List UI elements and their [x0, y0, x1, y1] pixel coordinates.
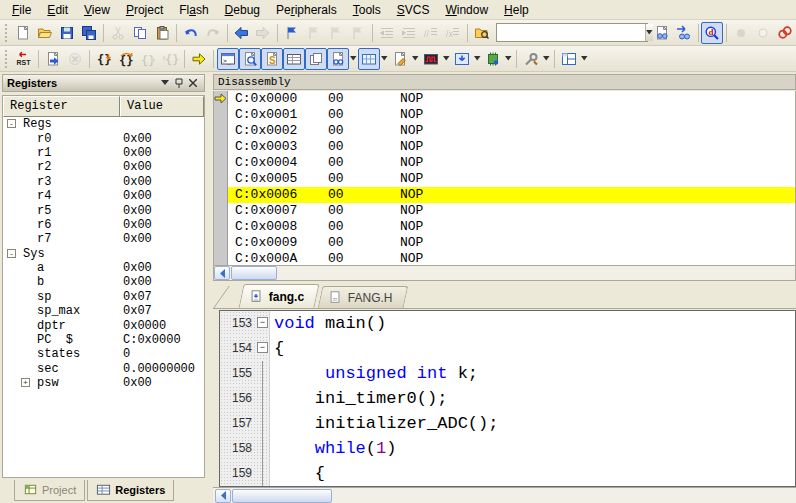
- chevron-down-icon[interactable]: [442, 48, 451, 70]
- register-row-states[interactable]: states0: [3, 347, 204, 361]
- disassembly-gutter[interactable]: [214, 155, 228, 171]
- symbols-window-button[interactable]: S: [261, 48, 283, 70]
- register-row-r1[interactable]: r10x00: [3, 146, 204, 160]
- chevron-down-icon[interactable]: [473, 48, 482, 70]
- new-file-button[interactable]: [12, 22, 34, 44]
- pin-icon[interactable]: [172, 76, 186, 90]
- save-all-button[interactable]: [78, 22, 100, 44]
- debug-toolbox-button[interactable]: [520, 48, 542, 70]
- register-row-r3[interactable]: r30x00: [3, 175, 204, 189]
- show-next-statement-button[interactable]: [188, 48, 210, 70]
- disassembly-row[interactable]: C:0x000000NOP: [214, 91, 795, 107]
- disassembly-gutter[interactable]: [214, 107, 228, 123]
- menu-item-file[interactable]: File: [4, 1, 39, 19]
- chevron-down-icon[interactable]: [580, 48, 589, 70]
- disassembly-row[interactable]: C:0x000200NOP: [214, 123, 795, 139]
- chevron-down-icon[interactable]: [380, 48, 389, 70]
- editor-tab-fang-h[interactable]: FANG.H: [318, 286, 408, 308]
- search-combobox-input[interactable]: [497, 24, 645, 41]
- code-line-154[interactable]: 154−{: [220, 336, 795, 361]
- search-combobox[interactable]: [496, 23, 648, 42]
- undo-button[interactable]: [180, 22, 202, 44]
- register-group-regs[interactable]: -Regs: [3, 117, 204, 131]
- menu-item-tools[interactable]: Tools: [345, 1, 389, 19]
- disassembly-row[interactable]: C:0x000500NOP: [214, 171, 795, 187]
- memory-windows-button[interactable]: [358, 48, 380, 70]
- register-row-r5[interactable]: r50x00: [3, 203, 204, 217]
- restore-views-button[interactable]: [558, 48, 580, 70]
- serial-windows-button[interactable]: [389, 48, 411, 70]
- toolbar-grip[interactable]: [5, 50, 10, 68]
- find-in-files-button[interactable]: [651, 22, 673, 44]
- chevron-down-icon[interactable]: [542, 48, 551, 70]
- disassembly-gutter[interactable]: [214, 139, 228, 155]
- menu-item-project[interactable]: Project: [118, 1, 171, 19]
- menu-item-window[interactable]: Window: [437, 1, 496, 19]
- code-line-156[interactable]: 156 ini_timer0();: [220, 386, 795, 411]
- disassembly-row[interactable]: C:0x000A00NOP: [214, 251, 795, 265]
- editor-tab-fang-c[interactable]: fang.c: [238, 284, 319, 308]
- scroll-left-icon[interactable]: [215, 489, 231, 503]
- disassembly-gutter[interactable]: [214, 219, 228, 235]
- panel-menu-dropdown-icon[interactable]: [158, 76, 172, 90]
- navigate-back-button[interactable]: [230, 22, 252, 44]
- register-row-r4[interactable]: r40x00: [3, 189, 204, 203]
- expander-icon[interactable]: -: [7, 119, 16, 128]
- start-stop-debug-button[interactable]: d: [701, 22, 723, 44]
- run-button[interactable]: [42, 48, 64, 70]
- register-row-psw[interactable]: +psw0x00: [3, 376, 204, 390]
- register-row-b[interactable]: b0x00: [3, 275, 204, 289]
- paste-button[interactable]: [151, 22, 173, 44]
- step-into-button[interactable]: {}: [93, 48, 115, 70]
- chevron-down-icon[interactable]: [349, 48, 358, 70]
- code-line-159[interactable]: 159 {: [220, 461, 795, 486]
- code-line-157[interactable]: 157 initializer_ADC();: [220, 411, 795, 436]
- toolbar-grip[interactable]: [5, 24, 9, 42]
- disassembly-gutter[interactable]: [214, 251, 228, 265]
- register-row-dptr[interactable]: dptr0x0000: [3, 318, 204, 332]
- kill-all-breakpoints-button[interactable]: [774, 22, 796, 44]
- call-stack-window-button[interactable]: [305, 48, 327, 70]
- scrollbar-thumb[interactable]: [231, 266, 277, 280]
- scrollbar-thumb[interactable]: [232, 489, 332, 503]
- copy-button[interactable]: [129, 22, 151, 44]
- code-line-158[interactable]: 158 while(1): [220, 436, 795, 461]
- register-row-sec[interactable]: sec0.00000000: [3, 362, 204, 376]
- disassembly-row[interactable]: C:0x000600NOP: [214, 187, 795, 203]
- chevron-down-icon[interactable]: [504, 48, 513, 70]
- expander-icon[interactable]: +: [21, 378, 30, 387]
- reset-cpu-button[interactable]: RST: [13, 48, 35, 70]
- menu-item-debug[interactable]: Debug: [217, 1, 268, 19]
- menu-item-svcs[interactable]: SVCS: [389, 1, 438, 19]
- registers-window-button[interactable]: [283, 48, 305, 70]
- register-group-sys[interactable]: -Sys: [3, 247, 204, 261]
- analysis-windows-button[interactable]: [420, 48, 442, 70]
- disassembly-gutter[interactable]: [214, 203, 228, 219]
- command-window-button[interactable]: >_: [217, 48, 239, 70]
- dock-tab-project[interactable]: Project: [14, 480, 85, 501]
- watch-windows-button[interactable]: [327, 48, 349, 70]
- register-row-sp[interactable]: sp0x07: [3, 290, 204, 304]
- disassembly-row[interactable]: C:0x000300NOP: [214, 139, 795, 155]
- dock-tab-registers[interactable]: Registers: [87, 480, 174, 501]
- editor-hscrollbar[interactable]: [213, 487, 796, 503]
- disassembly-row[interactable]: C:0x000800NOP: [214, 219, 795, 235]
- expander-icon[interactable]: -: [7, 249, 16, 258]
- register-row-pc-[interactable]: PC $C:0x0000: [3, 333, 204, 347]
- column-header-value[interactable]: Value: [120, 96, 204, 117]
- disassembly-gutter[interactable]: [214, 171, 228, 187]
- find-in-files-folder-button[interactable]: [471, 22, 493, 44]
- menu-item-peripherals[interactable]: Peripherals: [268, 1, 345, 19]
- register-row-r0[interactable]: r00x00: [3, 131, 204, 145]
- disassembly-hscrollbar[interactable]: [213, 265, 796, 281]
- menu-item-help[interactable]: Help: [496, 1, 537, 19]
- system-viewer-button[interactable]: [482, 48, 504, 70]
- code-line-153[interactable]: 153−void main(): [220, 311, 795, 336]
- disassembly-gutter[interactable]: [214, 235, 228, 251]
- register-row-sp-max[interactable]: sp_max0x07: [3, 304, 204, 318]
- disassembly-row[interactable]: C:0x000100NOP: [214, 107, 795, 123]
- menu-item-flash[interactable]: Flash: [171, 1, 216, 19]
- disassembly-body[interactable]: C:0x000000NOPC:0x000100NOPC:0x000200NOPC…: [213, 91, 796, 265]
- disassembly-row[interactable]: C:0x000700NOP: [214, 203, 795, 219]
- register-row-r6[interactable]: r60x00: [3, 218, 204, 232]
